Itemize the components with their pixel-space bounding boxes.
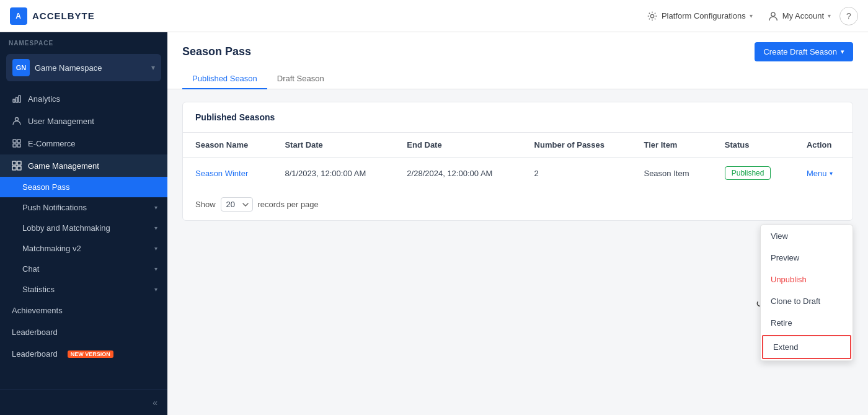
col-start-date: Start Date [272,133,394,158]
top-nav-right: Platform Configurations ▾ My Account ▾ ? [640,7,858,25]
sidebar-footer: « [0,390,167,415]
cell-season-name: Season Winter [183,158,272,189]
my-account-button[interactable]: My Account ▾ [761,7,837,25]
menu-label: Menu [807,169,827,178]
svg-rect-10 [12,161,16,165]
table-row: Season Winter 8/1/2023, 12:00:00 AM 2/28… [183,158,852,189]
cell-end-date: 2/28/2024, 12:00:00 AM [394,158,521,189]
help-button[interactable]: ? [839,7,858,25]
user-mgmt-icon [12,116,22,126]
help-icon: ? [846,11,851,21]
cell-status: Published [712,158,794,189]
collapse-button[interactable]: « [153,398,157,408]
namespace-chevron: ▾ [151,63,155,72]
user-management-label: User Management [28,117,94,126]
header-top: Season Pass Create Draft Season ▾ [182,42,853,61]
sidebar-item-analytics[interactable]: Analytics [0,87,167,110]
tab-draft-season[interactable]: Draft Season [267,69,334,89]
cell-action: Menu ▾ [794,158,852,189]
new-version-badge: New Version [68,350,113,358]
dropdown-unpublish[interactable]: Unpublish [761,269,852,290]
create-draft-season-button[interactable]: Create Draft Season ▾ [755,42,853,61]
sidebar-item-user-management[interactable]: User Management [0,110,167,132]
sidebar-item-chat[interactable]: Chat ▾ [0,259,167,279]
cell-start-date: 8/1/2023, 12:00:00 AM [272,158,394,189]
gear-icon [647,11,658,22]
platform-config-button[interactable]: Platform Configurations ▾ [640,7,759,25]
lobby-label: Lobby and Matchmaking [22,223,110,233]
game-management-label: Game Management [28,161,99,171]
sidebar-item-ecommerce[interactable]: E-Commerce [0,132,167,154]
svg-rect-7 [17,140,20,143]
sidebar: NAMESPACE GN Game Namespace ▾ Analytics … [0,32,167,415]
sidebar-item-lobby-matchmaking[interactable]: Lobby and Matchmaking ▾ [0,218,167,238]
sidebar-item-achievements[interactable]: Achievements [0,300,167,321]
pagination-row: Show 20 50 100 records per page [183,189,852,220]
col-action: Action [794,133,852,158]
svg-rect-13 [17,166,21,170]
achievements-label: Achievements [12,306,63,315]
published-seasons-card: Published Seasons Season Name Start Date… [182,102,853,221]
my-account-label: My Account [782,11,824,20]
dropdown-retire[interactable]: Retire [761,312,852,334]
svg-point-1 [771,12,775,16]
chat-label: Chat [22,264,39,274]
section-title: Published Seasons [195,112,275,122]
header-actions: Create Draft Season ▾ [755,42,853,61]
records-per-page-select[interactable]: 20 50 100 [221,197,253,212]
season-winter-link[interactable]: Season Winter [195,169,248,178]
namespace-label: NAMESPACE [0,32,167,51]
dropdown-view[interactable]: View [761,225,852,247]
create-draft-label: Create Draft Season [763,47,837,56]
col-status: Status [712,133,794,158]
platform-config-chevron: ▾ [750,12,753,19]
status-badge: Published [725,166,771,180]
namespace-name: Game Namespace [35,63,146,73]
sidebar-item-push-notifications[interactable]: Push Notifications ▾ [0,197,167,218]
leaderboard-label: Leaderboard [12,328,58,337]
dropdown-preview[interactable]: Preview [761,247,852,269]
chat-chevron: ▾ [154,266,157,272]
platform-config-label: Platform Configurations [662,11,746,20]
svg-rect-9 [17,144,20,147]
main-content-area: Season Pass Create Draft Season ▾ Publis… [167,32,868,415]
dropdown-extend[interactable]: Extend [762,335,851,359]
main-header: Season Pass Create Draft Season ▾ Publis… [167,32,868,89]
menu-button[interactable]: Menu ▾ [807,169,833,178]
svg-point-5 [16,118,19,121]
sidebar-item-season-pass[interactable]: Season Pass [0,177,167,197]
sidebar-item-leaderboard-v2[interactable]: Leaderboard New Version [0,343,167,365]
my-account-chevron: ▾ [828,12,831,19]
sidebar-item-leaderboard[interactable]: Leaderboard [0,321,167,343]
statistics-chevron: ▾ [154,286,157,293]
svg-rect-4 [19,96,20,102]
tab-draft-label: Draft Season [277,74,324,83]
section-header: Published Seasons [183,102,852,133]
per-page-label: records per page [258,200,319,209]
logo-text: ACCELBYTE [32,11,95,21]
sidebar-item-statistics[interactable]: Statistics ▾ [0,279,167,300]
chart-icon [12,94,22,104]
namespace-badge: GN [12,59,30,76]
cell-tier-item: Season Item [631,158,712,189]
matchmaking-v2-chevron: ▾ [154,245,157,252]
game-mgmt-icon [12,161,22,171]
leaderboard-v2-label: Leaderboard [12,349,58,359]
logo-area: A ACCELBYTE [10,7,95,25]
table-header-row: Season Name Start Date End Date Number o… [183,133,852,158]
logo-icon: A [10,7,27,25]
svg-rect-2 [13,99,15,102]
col-tier-item: Tier Item [631,133,712,158]
main-layout: NAMESPACE GN Game Namespace ▾ Analytics … [0,32,868,415]
show-label: Show [195,200,216,209]
dropdown-clone-to-draft[interactable]: Clone to Draft [761,290,852,312]
analytics-label: Analytics [28,94,60,104]
top-navigation: A ACCELBYTE Platform Configurations ▾ My… [0,0,868,32]
sidebar-item-matchmaking-v2[interactable]: Matchmaking v2 ▾ [0,238,167,259]
season-pass-label: Season Pass [22,182,70,192]
sidebar-item-game-management[interactable]: Game Management [0,154,167,177]
namespace-selector[interactable]: GN Game Namespace ▾ [6,54,161,81]
tab-published-season[interactable]: Published Season [182,69,267,89]
menu-chevron: ▾ [830,170,833,177]
svg-rect-12 [12,166,16,170]
